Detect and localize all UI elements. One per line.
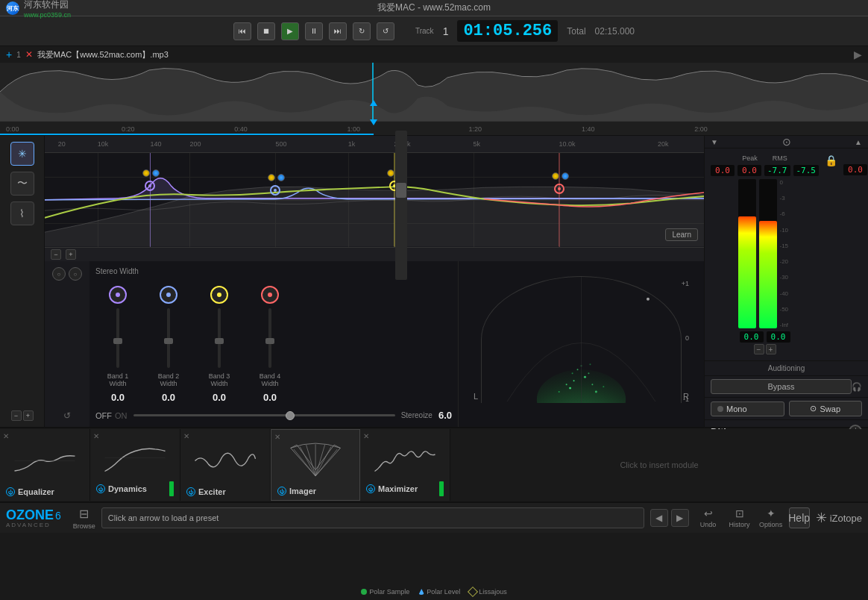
loop-button[interactable]: ↻ <box>353 22 371 40</box>
vu-bottom-r: 0.0 <box>767 331 790 343</box>
waveform-scroll-right[interactable]: ▶ <box>854 49 862 60</box>
mono-button[interactable]: Mono <box>711 401 784 416</box>
stop-button[interactable]: ⏹ <box>257 22 275 40</box>
headphone-icon[interactable]: 🎧 <box>852 382 862 392</box>
lock-icon-left[interactable]: 🔒 <box>825 154 837 354</box>
exciter-close[interactable]: ✕ <box>183 432 189 440</box>
dynamics-close[interactable]: ✕ <box>93 432 99 440</box>
reset-area: ↺ <box>63 404 71 421</box>
vert-fader-thumb <box>396 183 406 198</box>
equalizer-power[interactable]: ⏻ <box>6 487 15 496</box>
maximizer-module[interactable]: ✕ ⏻ Maximizer <box>360 429 450 501</box>
learn-button[interactable]: Learn <box>665 228 698 241</box>
freq-1k: 1k <box>348 140 356 148</box>
stereo-link-buttons: ○ ○ <box>52 267 82 281</box>
snowflake-tool[interactable]: ✳ <box>10 142 34 166</box>
band4-knob[interactable] <box>261 286 279 304</box>
dynamics-module[interactable]: ✕ ⏻ Dynamics <box>90 429 180 501</box>
dynamics-activity <box>169 481 174 496</box>
vu-minus-btn[interactable]: − <box>754 344 764 354</box>
band2-label: Band 2Width <box>158 372 180 387</box>
transport-bar: ⏮ ⏹ ▶ ⏸ ⏭ ↻ ↺ Track 1 01:05.256 Total 02… <box>0 16 868 46</box>
play-button[interactable]: ▶ <box>281 22 299 40</box>
total-time-display: 02:15.000 <box>595 26 635 37</box>
forward-button[interactable]: ⏭ <box>329 22 347 40</box>
band1-handle[interactable] <box>145 181 155 191</box>
band2-dollar[interactable] <box>277 174 285 181</box>
vert-fader-track[interactable] <box>395 131 407 280</box>
band2-knob[interactable] <box>160 286 177 304</box>
band2-slider[interactable] <box>167 308 170 368</box>
insert-placeholder[interactable]: Click to insert module <box>450 429 868 501</box>
band3-slider[interactable] <box>218 308 221 368</box>
next-preset-button[interactable]: ▶ <box>671 509 689 527</box>
vu-up-arrow[interactable]: ▲ <box>855 138 862 146</box>
ruler-mark-80: 1:20 <box>469 125 482 133</box>
link-btn-1[interactable]: ○ <box>52 267 66 281</box>
add-track-button[interactable]: + <box>6 49 12 60</box>
equalizer-close[interactable]: ✕ <box>3 432 9 440</box>
close-track-button[interactable]: ✕ <box>25 49 33 60</box>
maximizer-close[interactable]: ✕ <box>363 432 369 440</box>
rewind-button[interactable]: ⏮ <box>233 22 251 40</box>
imager-close[interactable]: ✕ <box>274 433 280 441</box>
eq-minus-btn[interactable]: − <box>51 249 61 260</box>
link-btn-2[interactable]: ○ <box>69 267 82 281</box>
band4-dollar[interactable] <box>562 172 569 180</box>
maximizer-name: Maximizer <box>378 484 418 493</box>
pause-button[interactable]: ⏸ <box>305 22 323 40</box>
band4-slider[interactable] <box>268 308 271 368</box>
repeat-button[interactable]: ↺ <box>377 22 394 40</box>
dynamics-thumb-svg <box>101 441 169 475</box>
dynamics-power[interactable]: ⏻ <box>96 484 105 493</box>
stereoize-row: OFF ON Stereoize 6.0 <box>95 410 452 421</box>
izotope-asterisk: ✳ <box>816 510 827 526</box>
maximizer-power[interactable]: ⏻ <box>366 484 375 493</box>
wave-tool[interactable]: 〜 <box>10 172 34 196</box>
imager-power[interactable]: ⏻ <box>277 487 286 496</box>
band1-power[interactable] <box>142 169 150 177</box>
band2-handle[interactable] <box>270 185 280 196</box>
vu-down-arrow[interactable]: ▼ <box>711 138 718 146</box>
eq-minus-button[interactable]: − <box>11 410 22 421</box>
undo-button[interactable]: ↩ Undo <box>695 507 722 528</box>
vu-plus-btn[interactable]: + <box>766 344 776 354</box>
band4-handle[interactable] <box>554 184 564 194</box>
swap-button[interactable]: ⊙ Swap <box>789 401 863 416</box>
signal-tool[interactable]: ⌇ <box>10 201 34 225</box>
eq-graph[interactable]: Learn <box>45 153 704 246</box>
exciter-module[interactable]: ✕ ⏻ Exciter <box>180 429 271 501</box>
vu-bottom-l: 0.0 <box>740 331 764 343</box>
imager-module[interactable]: ✕ ⏻ Imager <box>271 429 360 501</box>
eq-plus-button[interactable]: + <box>23 410 34 421</box>
band1-slider[interactable] <box>116 308 119 368</box>
freq-10k: 10.0k <box>559 140 576 148</box>
band3-power[interactable] <box>387 169 394 177</box>
svg-point-9 <box>588 372 589 374</box>
band4-power[interactable] <box>552 172 559 180</box>
eq-plus-btn[interactable]: + <box>66 249 76 260</box>
options-button[interactable]: ✦ Options <box>758 507 784 528</box>
vu-bottom-values-left: 0.0 0.0 <box>740 331 790 343</box>
stereoize-slider[interactable] <box>133 414 395 416</box>
scale-30: -30 <box>780 274 792 281</box>
maximizer-thumbnail <box>366 434 444 478</box>
chain-swap-icon: ⊙ <box>810 404 817 413</box>
exciter-power[interactable]: ⏻ <box>186 487 195 496</box>
browse-button[interactable]: ⊟ Browse <box>73 507 95 530</box>
reset-button[interactable]: ↺ <box>63 410 71 421</box>
svg-point-7 <box>584 376 586 378</box>
bypass-row: Bypass 🎧 <box>705 375 868 397</box>
bypass-button[interactable]: Bypass <box>711 379 852 394</box>
vu-pm-buttons: − + <box>754 344 776 354</box>
equalizer-module[interactable]: ✕ ⏻ Equalizer <box>0 429 90 501</box>
band2-power[interactable] <box>268 174 275 181</box>
help-button[interactable]: Help <box>789 507 810 528</box>
band3-knob[interactable] <box>210 286 228 304</box>
band1-knob[interactable] <box>109 286 127 304</box>
prev-preset-button[interactable]: ◀ <box>650 509 668 527</box>
brand-name: 河东软件园 <box>24 0 71 11</box>
band1-dollar[interactable] <box>152 169 160 177</box>
history-button[interactable]: ⊡ History <box>726 507 753 528</box>
waveform-canvas[interactable] <box>0 63 868 121</box>
